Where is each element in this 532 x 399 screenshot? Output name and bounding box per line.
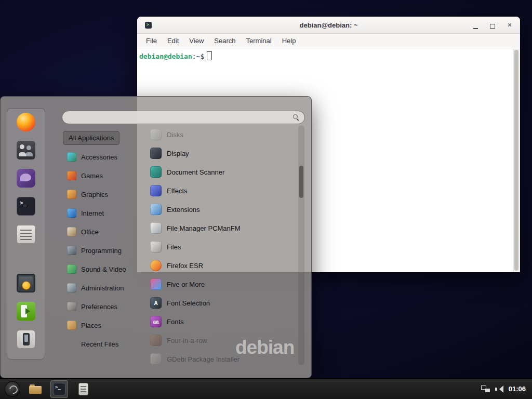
gdebi-package-installer-icon [150, 353, 162, 365]
favorites-panel [7, 108, 45, 360]
category-office[interactable]: Office [63, 222, 147, 241]
menubar-item-help[interactable]: Help [277, 35, 301, 46]
prompt-separator: : [192, 52, 196, 60]
category-icon [67, 321, 76, 330]
app-item-four-in-a-row[interactable]: Four-in-a-row [148, 331, 297, 350]
app-item-fonts[interactable]: aaFonts [148, 312, 297, 331]
terminal-scrollbar-thumb[interactable] [514, 50, 518, 271]
application-menu: All ApplicationsAccessoriesGamesGraphics… [0, 96, 312, 378]
fonts-icon: aa [150, 316, 162, 327]
category-graphics[interactable]: Graphics [63, 185, 147, 204]
terminal-icon [53, 383, 65, 395]
file-manager-icon [29, 384, 42, 394]
app-item-font-selection[interactable]: AFont Selection [148, 294, 297, 312]
category-all-applications[interactable]: All Applications [63, 131, 119, 145]
taskbar-app-file-manager[interactable] [26, 380, 44, 398]
category-recent-files[interactable]: Recent Files [63, 335, 147, 353]
taskbar-app-terminal[interactable] [50, 380, 68, 398]
app-label: Effects [167, 187, 188, 195]
favorite-chat-icon[interactable] [17, 169, 35, 188]
taskbar: 01:06 [0, 378, 532, 399]
category-icon [67, 283, 76, 292]
app-item-document-scanner[interactable]: Document Scanner [148, 163, 297, 181]
window-controls [470, 20, 515, 30]
menubar-item-file[interactable]: File [141, 35, 162, 46]
app-label: Files [167, 243, 181, 251]
favorite-power-icon[interactable] [17, 330, 35, 349]
terminal-menubar: FileEditViewSearchTerminalHelp [137, 34, 520, 48]
menu-button[interactable] [4, 381, 21, 397]
category-programming[interactable]: Programming [63, 241, 147, 260]
software-icon [78, 383, 88, 395]
category-label: Accessories [81, 153, 117, 161]
five-or-more-icon [150, 278, 162, 290]
app-item-effects[interactable]: Effects [148, 181, 297, 200]
volume-icon[interactable] [495, 385, 503, 393]
minimize-button[interactable] [470, 20, 481, 30]
app-item-five-or-more[interactable]: Five or More [148, 275, 297, 294]
app-label: Disks [167, 131, 183, 139]
favorite-documents-icon[interactable] [17, 225, 35, 244]
favorite-terminal-icon[interactable] [17, 197, 35, 216]
app-item-disks[interactable]: Disks [148, 125, 297, 144]
prompt-symbol: $ [200, 52, 204, 60]
category-label: Games [81, 172, 103, 180]
close-button[interactable] [504, 20, 515, 30]
category-sound-video[interactable]: Sound & Video [63, 260, 147, 278]
category-internet[interactable]: Internet [63, 204, 147, 222]
network-icon[interactable] [481, 385, 490, 392]
menubar-item-edit[interactable]: Edit [163, 35, 183, 46]
category-label: Places [81, 322, 101, 329]
menu-scrollbar[interactable] [298, 125, 304, 365]
menubar-item-terminal[interactable]: Terminal [242, 35, 276, 46]
menu-scrollbar-thumb[interactable] [299, 166, 303, 198]
favorite-display-icon[interactable] [17, 274, 35, 292]
category-label: Recent Files [81, 340, 118, 348]
favorite-logout-icon[interactable] [17, 302, 35, 321]
maximize-button[interactable] [487, 20, 498, 30]
taskbar-app-software[interactable] [74, 380, 92, 398]
category-preferences[interactable]: Preferences [63, 297, 147, 316]
app-label: Five or More [167, 281, 205, 288]
app-label: File Manager PCManFM [167, 224, 241, 232]
menubar-item-search[interactable]: Search [209, 35, 240, 46]
clock[interactable]: 01:06 [509, 385, 526, 393]
category-icon [67, 246, 76, 255]
category-icon [67, 171, 76, 180]
display-icon [150, 148, 162, 159]
category-list: All ApplicationsAccessoriesGamesGraphics… [63, 129, 147, 353]
app-item-files[interactable]: Files [148, 237, 297, 256]
category-administration[interactable]: Administration [63, 278, 147, 297]
category-icon [67, 264, 76, 274]
effects-icon [150, 185, 162, 196]
category-icon [67, 208, 76, 218]
favorite-firefox-icon[interactable] [17, 113, 35, 131]
terminal-scrollbar[interactable] [513, 49, 520, 272]
app-label: Display [167, 150, 189, 157]
category-places[interactable]: Places [63, 316, 147, 335]
category-games[interactable]: Games [63, 166, 147, 185]
menubar-item-view[interactable]: View [184, 35, 208, 46]
window-title: debian@debian: ~ [137, 21, 520, 29]
category-accessories[interactable]: Accessories [63, 148, 147, 166]
search-input[interactable] [67, 113, 292, 122]
app-item-file-manager-pcmanfm[interactable]: File Manager PCManFM [148, 219, 297, 237]
taskbar-apps [26, 380, 92, 398]
app-item-extensions[interactable]: Extensions [148, 200, 297, 219]
app-item-firefox-esr[interactable]: Firefox ESR [148, 256, 297, 275]
font-selection-icon: A [150, 297, 162, 309]
four-in-a-row-icon [150, 335, 162, 346]
search-icon [292, 114, 300, 121]
category-label: Preferences [81, 303, 117, 311]
app-item-gdebi-package-installer[interactable]: GDebi Package Installer [148, 350, 297, 365]
favorite-users-icon[interactable] [17, 141, 35, 159]
disks-icon [150, 129, 162, 140]
category-label: All Applications [69, 134, 114, 142]
firefox-esr-icon [150, 260, 162, 271]
category-icon [67, 152, 76, 162]
app-item-display[interactable]: Display [148, 144, 297, 163]
terminal-titlebar[interactable]: debian@debian: ~ [137, 17, 520, 34]
app-label: Fonts [167, 318, 184, 326]
file-manager-pcmanfm-icon [150, 222, 162, 234]
app-label: Four-in-a-row [167, 337, 207, 344]
